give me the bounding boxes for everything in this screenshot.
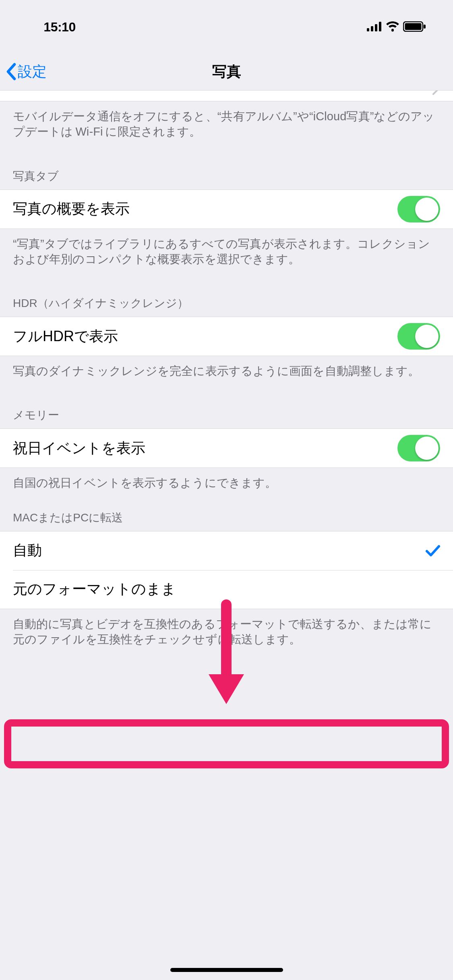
svg-rect-3	[379, 22, 381, 31]
section-header-hdr: HDR（ハイダイナミックレンジ）	[0, 296, 453, 317]
cell-label: 元のフォーマットのまま	[13, 579, 176, 599]
section-header-photos-tab: 写真タブ	[0, 169, 453, 189]
status-bar: 15:10	[0, 0, 453, 53]
hdr-footer: 写真のダイナミックレンジを完全に表示するように画面を自動調整します。	[0, 356, 453, 379]
svg-rect-0	[367, 28, 369, 31]
mobile-data-footer: モバイルデータ通信をオフにすると、“共有アルバム”や“iCloud写真”などのア…	[0, 101, 453, 140]
cell-holiday-events[interactable]: 祝日イベントを表示	[0, 429, 453, 467]
memory-footer: 自国の祝日イベントを表示するようにできます。	[0, 468, 453, 490]
cell-label: 写真の概要を表示	[13, 199, 130, 219]
cell-label: 自動	[13, 541, 42, 560]
svg-rect-2	[375, 24, 377, 31]
cell-mobile-data[interactable]: モバイルデータ通信	[0, 90, 453, 101]
battery-icon	[403, 21, 426, 32]
annotation-highlight	[4, 719, 449, 768]
toggle-holiday-events[interactable]	[397, 435, 440, 461]
cellular-signal-icon	[367, 22, 382, 31]
cell-label: フルHDRで表示	[13, 327, 118, 346]
status-time: 15:10	[43, 20, 75, 34]
toggle-full-hdr[interactable]	[397, 323, 440, 350]
section-header-transfer: MACまたはPCに転送	[0, 510, 453, 531]
cell-transfer-original[interactable]: 元のフォーマットのまま	[0, 570, 453, 609]
nav-header: 設定 写真	[0, 53, 453, 90]
cell-full-hdr[interactable]: フルHDRで表示	[0, 317, 453, 356]
nav-title: 写真	[212, 62, 241, 82]
status-left: 15:10	[19, 19, 100, 35]
back-button-label: 設定	[18, 62, 47, 82]
back-button[interactable]: 設定	[6, 53, 47, 90]
chevron-right-icon	[432, 90, 439, 95]
content[interactable]: モバイルデータ通信 モバイルデータ通信をオフにすると、“共有アルバム”や“iCl…	[0, 90, 453, 647]
section-header-memory: メモリー	[0, 408, 453, 428]
cell-transfer-auto[interactable]: 自動	[0, 531, 453, 570]
home-indicator[interactable]	[170, 968, 283, 972]
wifi-icon	[385, 21, 400, 32]
toggle-show-photo-summary[interactable]	[397, 196, 440, 222]
cell-label: 祝日イベントを表示	[13, 439, 145, 458]
photos-tab-footer: “写真”タブではライブラリにあるすべての写真が表示されます。コレクションおよび年…	[0, 229, 453, 267]
svg-point-4	[391, 29, 394, 31]
svg-rect-6	[405, 23, 422, 30]
transfer-footer: 自動的に写真とビデオを互換性のあるフォーマットで転送するか、または常に元のファイ…	[0, 609, 453, 647]
checkmark-icon	[426, 544, 440, 557]
svg-rect-1	[371, 26, 373, 31]
chevron-left-icon	[6, 63, 16, 80]
cell-show-photo-summary[interactable]: 写真の概要を表示	[0, 190, 453, 229]
status-right	[367, 21, 426, 32]
svg-rect-7	[424, 25, 426, 29]
